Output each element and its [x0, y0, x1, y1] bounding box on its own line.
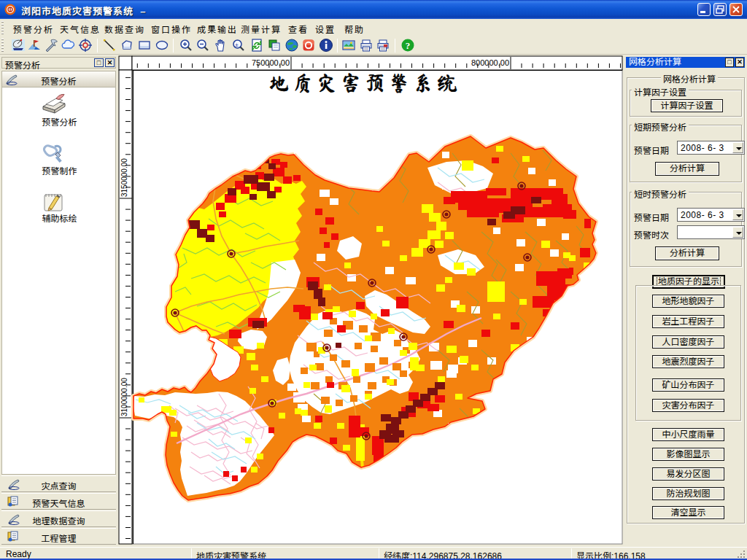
svg-text:3100000.00: 3100000.00	[120, 378, 128, 416]
svg-text:?: ?	[406, 40, 411, 51]
svg-text:3150000.00: 3150000.00	[120, 158, 128, 197]
svg-text:±: ±	[235, 42, 239, 48]
svg-text:800000.00: 800000.00	[471, 58, 509, 67]
svg-text:地质灾害预警系统: 地质灾害预警系统	[268, 72, 461, 93]
svg-text:750000.00: 750000.00	[252, 58, 290, 67]
